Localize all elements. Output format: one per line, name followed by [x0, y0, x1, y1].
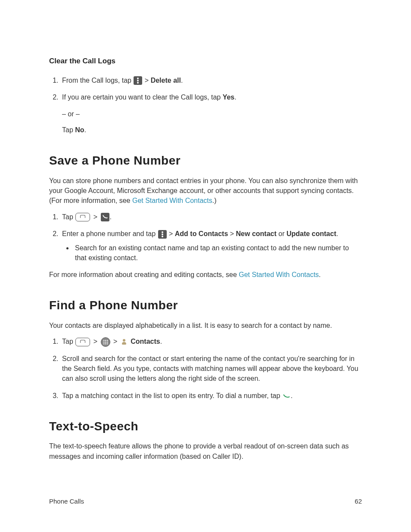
heading-find-number: Find a Phone Number: [49, 297, 362, 314]
text: .: [110, 213, 112, 221]
sub-bullets: Search for an existing contact name and …: [62, 243, 362, 263]
text: Tap: [62, 126, 75, 134]
save-number-intro: You can store phone numbers and contact …: [49, 176, 362, 206]
text-bold: Add to Contacts: [175, 230, 228, 237]
list-item: If you are certain you want to clear the…: [60, 92, 362, 102]
text: .: [291, 392, 293, 399]
text: >: [169, 230, 175, 237]
text-bold: New contact: [236, 230, 277, 237]
list-item: Tap > .: [60, 212, 362, 222]
link-get-started-contacts[interactable]: Get Started With Contacts: [132, 197, 212, 204]
more-icon: [134, 76, 142, 85]
list-item: Tap a matching contact in the list to op…: [60, 391, 362, 401]
text: >: [93, 213, 100, 221]
link-get-started-contacts[interactable]: Get Started With Contacts: [239, 271, 319, 278]
text: Tap: [62, 338, 75, 345]
text: Tap: [62, 213, 75, 221]
list-item: From the Call logs, tap > Delete all.: [60, 75, 362, 85]
text-bold: Contacts: [131, 338, 160, 345]
list-item: Tap > > Contacts.: [60, 336, 362, 347]
text: .): [212, 197, 217, 204]
text: >: [230, 230, 236, 237]
text: Tap a matching contact in the list to op…: [62, 392, 282, 399]
text: .: [84, 126, 86, 134]
phone-icon: [101, 213, 109, 221]
home-icon: [75, 213, 90, 221]
or-separator: – or –: [62, 109, 362, 119]
tap-no: Tap No.: [62, 125, 362, 135]
list-item: Scroll and search for the contact or sta…: [60, 354, 362, 384]
dial-icon: [283, 392, 290, 400]
heading-tts: Text-to-Speech: [49, 418, 362, 436]
contact-icon: [121, 338, 128, 346]
save-number-outro: For more information about creating and …: [49, 270, 362, 280]
text: Enter a phone number and tap: [62, 230, 158, 237]
text-bold: Delete all: [151, 77, 181, 84]
heading-save-number: Save a Phone Number: [49, 152, 362, 170]
text: For more information about creating and …: [49, 271, 239, 278]
more-icon: [158, 230, 167, 239]
home-icon: [75, 338, 90, 346]
text: If you are certain you want to clear the…: [62, 93, 223, 101]
text: .: [181, 77, 183, 84]
tts-body: The text-to-speech feature allows the ph…: [49, 441, 362, 461]
text: or: [278, 230, 286, 237]
clear-logs-steps: From the Call logs, tap > Delete all. If…: [49, 75, 362, 102]
text: >: [93, 338, 100, 345]
subheading-clear-logs: Clear the Call Logs: [49, 56, 362, 67]
find-number-intro: Your contacts are displayed alphabetical…: [49, 320, 362, 330]
apps-icon: [101, 337, 110, 347]
text: .: [234, 93, 236, 101]
document-page: Clear the Call Logs From the Call logs, …: [0, 0, 411, 532]
footer-page-number: 62: [355, 497, 362, 506]
page-footer: Phone Calls 62: [49, 497, 362, 506]
text: .: [160, 338, 162, 345]
list-item: Enter a phone number and tap > Add to Co…: [60, 229, 362, 263]
text: .: [336, 230, 338, 237]
text-bold: Yes: [223, 93, 235, 101]
text: >: [113, 338, 119, 345]
footer-section: Phone Calls: [49, 497, 84, 506]
text-bold: Update contact: [286, 230, 336, 237]
list-item: Search for an existing contact name and …: [73, 243, 362, 263]
save-number-steps: Tap > . Enter a phone number and tap > A…: [49, 212, 362, 263]
text: >: [145, 77, 151, 84]
find-number-steps: Tap > > Contacts. Scroll and search for …: [49, 336, 362, 401]
text: .: [319, 271, 321, 278]
text: From the Call logs, tap: [62, 77, 133, 84]
text-bold: No: [75, 126, 84, 134]
